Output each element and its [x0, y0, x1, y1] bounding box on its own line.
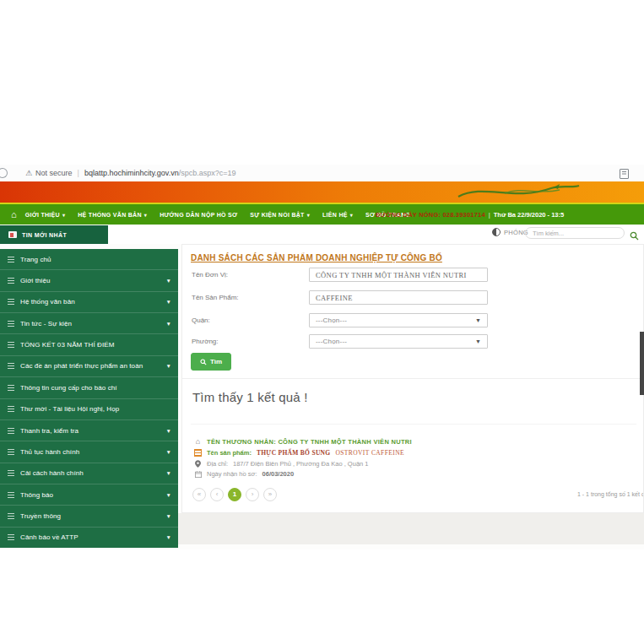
- sidebar-item[interactable]: Thư mời - Tài liệu Hội nghị, Họp: [0, 399, 178, 420]
- latest-news-tab[interactable]: TIN MỚI NHẤT: [0, 225, 108, 244]
- hotline-block: ĐƯỜNG DÂY NÓNG: 028.39301714 | Thứ Ba 22…: [376, 204, 564, 225]
- url-domain: bqlattp.hochiminhcity.gov.vn: [84, 169, 179, 177]
- pagination-first-button[interactable]: «: [192, 488, 206, 501]
- search-icon[interactable]: [630, 229, 639, 238]
- sidebar-menu: Trang chủGiới thiệu▼Hệ thống văn bản▼Tin…: [0, 249, 178, 548]
- home-icon: ⌂: [194, 438, 202, 446]
- address-label: Địa chỉ:: [207, 460, 228, 468]
- divider: [191, 424, 636, 425]
- reload-icon[interactable]: [0, 168, 8, 178]
- topnav-item[interactable]: HƯỚNG DẪN NỘP HỒ SƠ: [160, 212, 237, 218]
- site-banner: [0, 181, 644, 204]
- product-name-bold: THỰC PHẨM BỔ SUNG: [257, 449, 331, 457]
- sidebar-item-label: Thông tin cung cấp cho báo chí: [20, 384, 171, 392]
- list-icon: [8, 492, 14, 498]
- browser-screenshot: ⚠ Not secure | bqlattp.hochiminhcity.gov…: [0, 165, 644, 549]
- district-label: Quận:: [192, 317, 210, 324]
- product-label: Tên sản phẩm:: [207, 449, 252, 457]
- divider: [182, 378, 644, 379]
- ward-select[interactable]: ---Chọn--- ▼: [309, 334, 488, 349]
- unit-input[interactable]: CÔNG TY TNHH MỘT THÀNH VIÊN NUTRI: [309, 268, 488, 282]
- list-icon: [8, 257, 14, 262]
- pagination-page-1[interactable]: 1: [228, 488, 241, 501]
- zoom-control[interactable]: PHÓNG: [492, 228, 528, 236]
- map-pin-icon: [194, 460, 202, 468]
- calendar-icon: [194, 471, 202, 478]
- product-input[interactable]: CAFFEINE: [309, 290, 488, 305]
- product-label: Tên Sản Phẩm:: [192, 294, 239, 301]
- chevron-down-icon: ▼: [166, 363, 171, 369]
- sidebar-item[interactable]: Trang chủ: [0, 249, 178, 270]
- sidebar-item[interactable]: Thanh tra, kiểm tra▼: [0, 420, 178, 441]
- list-icon: [8, 428, 14, 434]
- pagination-prev-button[interactable]: ‹: [210, 488, 224, 501]
- sidebar-item[interactable]: Truyền thông▼: [0, 506, 178, 527]
- topnav-item[interactable]: SỰ KIỆN NỔI BẬT▾: [250, 212, 310, 218]
- save-page-icon[interactable]: [620, 169, 629, 179]
- sidebar-item[interactable]: Thông tin cung cấp cho báo chí: [0, 377, 178, 398]
- topnav-item[interactable]: HỆ THỐNG VĂN BẢN▾: [78, 212, 147, 218]
- list-icon: [8, 470, 14, 476]
- topnav-item-label: HỆ THỐNG VĂN BẢN: [78, 212, 142, 218]
- sidebar-item[interactable]: Cảnh báo về ATTP▼: [0, 528, 178, 548]
- sidebar-item[interactable]: Cải cách hành chính▼: [0, 463, 178, 484]
- results-count: 1 - 1 trong tổng số 1 kết quả: [577, 491, 644, 497]
- list-icon: [8, 406, 14, 412]
- topnav-item[interactable]: LIÊN HỆ▾: [322, 212, 353, 218]
- sidebar-item[interactable]: Giới thiệu▼: [0, 270, 178, 291]
- unit-label: Tên Đơn Vị:: [192, 271, 228, 279]
- chevron-down-icon: ▾: [62, 212, 65, 218]
- home-icon[interactable]: ⌂: [11, 210, 17, 219]
- sidebar-item-label: Cảnh báo về ATTP: [20, 533, 160, 541]
- site-search-box: [525, 227, 625, 239]
- topnav-item-label: SỰ KIỆN NỔI BẬT: [250, 212, 304, 218]
- result-address-line: Địa chỉ: 187/7 Điện Biên Phủ , Phường Đa…: [194, 460, 368, 468]
- sidebar-item-label: Tin tức - Sự kiện: [20, 320, 160, 327]
- page-title: DANH SÁCH CÁC SẢN PHẨM DOANH NGHIỆP TỰ C…: [191, 253, 442, 262]
- ward-label: Phường:: [192, 338, 219, 345]
- chevron-down-icon: ▼: [166, 449, 171, 455]
- sidebar-item-label: Cải cách hành chính: [20, 469, 160, 477]
- district-select[interactable]: ---Chọn--- ▼: [309, 313, 488, 327]
- sidebar-item[interactable]: Tin tức - Sự kiện▼: [0, 313, 178, 334]
- search-input[interactable]: [531, 229, 619, 238]
- news-icon: [8, 231, 17, 238]
- pagination-next-button[interactable]: ›: [246, 488, 259, 501]
- dragon-ornament: [454, 181, 581, 203]
- topnav-item[interactable]: GIỚI THIỆU▾: [25, 212, 66, 218]
- page-background: [178, 513, 644, 544]
- sidebar-item[interactable]: Thủ tục hành chính▼: [0, 441, 178, 463]
- latest-news-label: TIN MỚI NHẤT: [22, 232, 67, 238]
- sidebar-item[interactable]: TỔNG KẾT 03 NĂM THÍ ĐIỂM: [0, 334, 178, 355]
- results-summary: Tìm thấy 1 kết quả !: [192, 390, 308, 404]
- search-button[interactable]: Tìm: [191, 353, 231, 371]
- chevron-down-icon: ▼: [166, 321, 171, 327]
- sidebar-item-label: Thủ tục hành chính: [20, 448, 160, 456]
- sidebar-item-label: TỔNG KẾT 03 NĂM THÍ ĐIỂM: [20, 341, 171, 349]
- sidebar-item-label: Truyền thông: [20, 512, 160, 520]
- sidebar-item[interactable]: Hệ thống văn bản▼: [0, 292, 178, 313]
- list-icon: [8, 342, 14, 348]
- warning-icon: ⚠: [25, 169, 32, 177]
- chevron-down-icon: ▼: [166, 492, 171, 498]
- date-label: Ngày nhận hồ sơ:: [207, 470, 257, 478]
- sidebar-item[interactable]: Các đề án phát triển thực phẩm an toàn▼: [0, 356, 178, 377]
- hotline-text: ĐƯỜNG DÂY NÓNG: 028.39301714: [376, 211, 485, 219]
- chevron-down-icon: ▼: [166, 278, 171, 284]
- sidebar-item-label: Hệ thống văn bản: [20, 298, 160, 306]
- chevron-down-icon: ▾: [350, 212, 353, 218]
- chevron-down-icon: ▾: [307, 212, 310, 218]
- pagination-last-button[interactable]: »: [263, 488, 277, 501]
- list-icon: [194, 449, 202, 457]
- topnav-item-label: HƯỚNG DẪN NỘP HỒ SƠ: [160, 212, 237, 218]
- chevron-down-icon: ▼: [475, 317, 481, 323]
- browser-address-bar[interactable]: ⚠ Not secure | bqlattp.hochiminhcity.gov…: [0, 165, 644, 181]
- sidebar-item[interactable]: Thông báo▼: [0, 484, 178, 506]
- list-icon: [8, 321, 14, 327]
- scrollbar-thumb[interactable]: [640, 332, 644, 395]
- chevron-down-icon: ▼: [166, 299, 171, 305]
- main-navigation: ⌂ GIỚI THIỆU▾HỆ THỐNG VĂN BẢN▾HƯỚNG DẪN …: [0, 204, 644, 225]
- list-icon: [8, 363, 14, 369]
- sidebar-item-label: Giới thiệu: [20, 277, 160, 284]
- topnav-item-label: LIÊN HỆ: [322, 212, 348, 218]
